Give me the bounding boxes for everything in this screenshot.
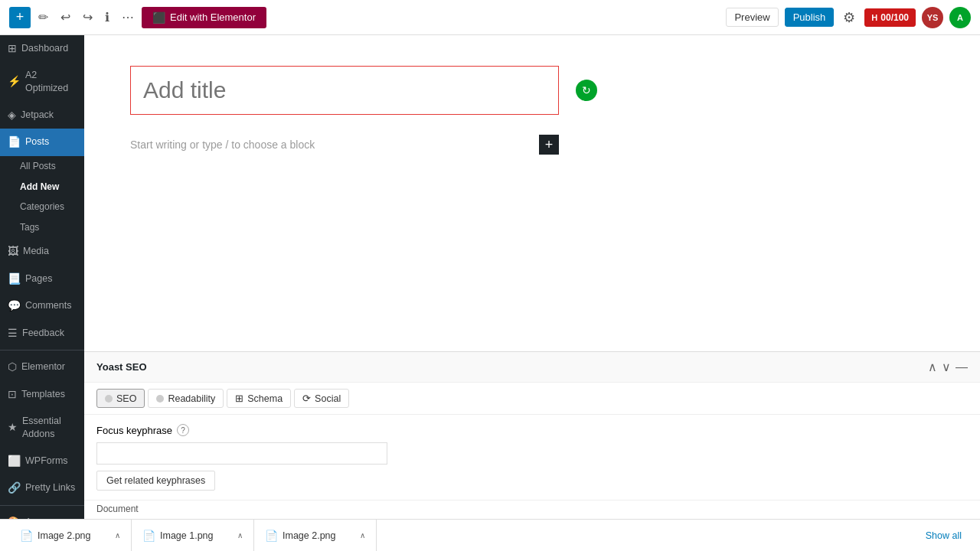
pages-icon: 📃 — [8, 272, 21, 287]
yoast-expand-button[interactable]: ∨ — [942, 360, 951, 374]
focus-keyphrase-help-icon[interactable]: ? — [177, 424, 189, 436]
sidebar-item-pages[interactable]: 📃 Pages — [0, 266, 84, 293]
edit-icon-button[interactable]: ✏ — [34, 7, 53, 28]
jetpack-icon: ◈ — [8, 108, 16, 123]
settings-gear-button[interactable]: ⚙ — [840, 6, 858, 29]
social-tab-label: Social — [315, 393, 341, 404]
tags-label: Tags — [20, 221, 39, 234]
file-icon-2: 📄 — [142, 530, 155, 542]
main-layout: ⊞ Dashboard ⚡ A2 Optimized ◈ Jetpack 📄 P… — [0, 35, 980, 519]
elementor-icon: ⬛ — [152, 11, 165, 24]
focus-keyphrase-row: Focus keyphrase ? — [96, 424, 968, 436]
add-block-button[interactable]: + — [9, 7, 31, 28]
sidebar-item-label: Dashboard — [21, 42, 68, 56]
avatar-yoast[interactable]: YS — [922, 7, 943, 28]
a2-icon: ⚡ — [8, 74, 21, 90]
all-posts-label: All Posts — [20, 160, 56, 173]
sidebar-item-tags[interactable]: Tags — [14, 217, 84, 238]
yoast-score-value: 00/100 — [880, 12, 909, 23]
avatar-user[interactable]: A — [949, 7, 971, 28]
sidebar-item-categories[interactable]: Categories — [14, 197, 84, 217]
sidebar-item-label: Feedback — [22, 327, 64, 341]
avatar-user-initials: A — [957, 13, 963, 22]
sidebar-item-elementor[interactable]: ⬡ Elementor — [0, 354, 84, 381]
file-icon-3: 📄 — [265, 530, 278, 542]
sidebar-item-all-posts[interactable]: All Posts — [14, 156, 84, 177]
categories-label: Categories — [20, 201, 64, 214]
pretty-links-icon: 🔗 — [8, 481, 21, 496]
seo-tab-label: SEO — [116, 393, 136, 404]
yoast-close-button[interactable]: — — [956, 360, 968, 374]
bottom-file-item-3[interactable]: 📄 Image 2.png ∧ — [254, 520, 377, 551]
title-container: ↻ — [130, 66, 559, 115]
seo-dot — [105, 395, 113, 403]
sidebar-item-essential-addons[interactable]: ★ Essential Addons — [0, 409, 84, 448]
tab-social[interactable]: ⟳ Social — [294, 389, 349, 408]
sidebar-item-label: Posts — [25, 135, 49, 149]
yoast-score-icon: H — [871, 13, 877, 22]
templates-icon: ⊡ — [8, 387, 17, 403]
refresh-icon[interactable]: ↻ — [576, 80, 597, 101]
sidebar-item-media[interactable]: 🖼 Media — [0, 238, 84, 266]
top-bar-right: Preview Publish ⚙ H 00/100 YS A — [726, 6, 971, 29]
feedback-icon: ☰ — [8, 326, 18, 341]
tab-readability[interactable]: Readability — [148, 389, 224, 408]
yoast-controls: ∧ ∨ — — [928, 360, 968, 374]
schema-tab-label: Schema — [247, 393, 283, 404]
content-area: ↻ Start writing or type / to choose a bl… — [84, 35, 980, 519]
preview-button[interactable]: Preview — [726, 8, 778, 27]
sidebar-item-label: Elementor — [21, 360, 65, 374]
document-label: Document — [96, 504, 139, 514]
elementor-sidebar-icon: ⬡ — [8, 360, 17, 375]
posts-submenu: All Posts Add New Categories Tags — [0, 156, 84, 238]
sidebar-item-label: Pages — [25, 272, 52, 286]
sidebar-item-wpforms[interactable]: ⬜ WPForms — [0, 448, 84, 475]
sidebar-item-feedback[interactable]: ☰ Feedback — [0, 320, 84, 347]
show-all-button[interactable]: Show all — [916, 530, 971, 541]
dashboard-icon: ⊞ — [8, 41, 17, 57]
sidebar-item-jetpack[interactable]: ◈ Jetpack — [0, 102, 84, 129]
sidebar-item-dashboard[interactable]: ⊞ Dashboard — [0, 35, 84, 63]
undo-button[interactable]: ↩ — [56, 7, 75, 28]
sidebar-item-label: A2 Optimized — [25, 69, 77, 96]
title-input[interactable] — [130, 66, 559, 115]
file-icon-1: 📄 — [20, 530, 33, 542]
bottom-chevron-3: ∧ — [360, 531, 365, 540]
edit-with-elementor-button[interactable]: ⬛ Edit with Elementor — [142, 7, 266, 28]
sidebar-item-pretty-links[interactable]: 🔗 Pretty Links — [0, 474, 84, 502]
sidebar-item-a2-optimized[interactable]: ⚡ A2 Optimized — [0, 63, 84, 102]
redo-button[interactable]: ↪ — [78, 7, 97, 28]
wpforms-icon: ⬜ — [8, 454, 21, 469]
elementor-label: Edit with Elementor — [170, 11, 256, 23]
bottom-file-item-1[interactable]: 📄 Image 2.png ∧ — [9, 520, 132, 551]
more-button[interactable]: ⋯ — [117, 7, 139, 28]
bottom-bar: 📄 Image 2.png ∧ 📄 Image 1.png ∧ 📄 Image … — [0, 519, 980, 551]
keyphrase-input[interactable] — [96, 442, 387, 465]
posts-icon: 📄 — [8, 135, 21, 150]
bottom-file-item-2[interactable]: 📄 Image 1.png ∧ — [132, 520, 254, 551]
yoast-collapse-button[interactable]: ∧ — [928, 360, 937, 374]
document-tab: Document — [84, 500, 980, 519]
focus-keyphrase-label: Focus keyphrase — [96, 425, 172, 436]
yoast-header: Yoast SEO ∧ ∨ — — [84, 352, 980, 383]
bottom-chevron-2: ∧ — [237, 531, 243, 540]
info-button[interactable]: ℹ — [100, 7, 114, 28]
sidebar-item-comments[interactable]: 💬 Comments — [0, 292, 84, 320]
block-placeholder: Start writing or type / to choose a bloc… — [130, 130, 559, 159]
sidebar: ⊞ Dashboard ⚡ A2 Optimized ◈ Jetpack 📄 P… — [0, 35, 84, 519]
tab-schema[interactable]: ⊞ Schema — [227, 389, 291, 408]
sidebar-item-templates[interactable]: ⊡ Templates — [0, 381, 84, 409]
sidebar-item-label: Comments — [25, 299, 71, 313]
editor-area: ↻ Start writing or type / to choose a bl… — [84, 35, 980, 351]
bottom-file-name-3: Image 2.png — [283, 530, 336, 541]
related-keyphrases-button[interactable]: Get related keyphrases — [96, 471, 215, 491]
sidebar-item-posts[interactable]: 📄 Posts — [0, 129, 84, 156]
comments-icon: 💬 — [8, 298, 21, 314]
yoast-tabs: SEO Readability ⊞ Schema ⟳ Social — [84, 383, 980, 415]
tab-seo[interactable]: SEO — [96, 389, 145, 408]
sidebar-item-appearance[interactable]: 🎨 Appearance — [0, 509, 84, 519]
sidebar-item-add-new[interactable]: Add New — [14, 177, 84, 197]
sidebar-item-label: Templates — [21, 388, 65, 402]
publish-button[interactable]: Publish — [785, 8, 835, 27]
add-block-btn[interactable]: + — [539, 135, 559, 155]
